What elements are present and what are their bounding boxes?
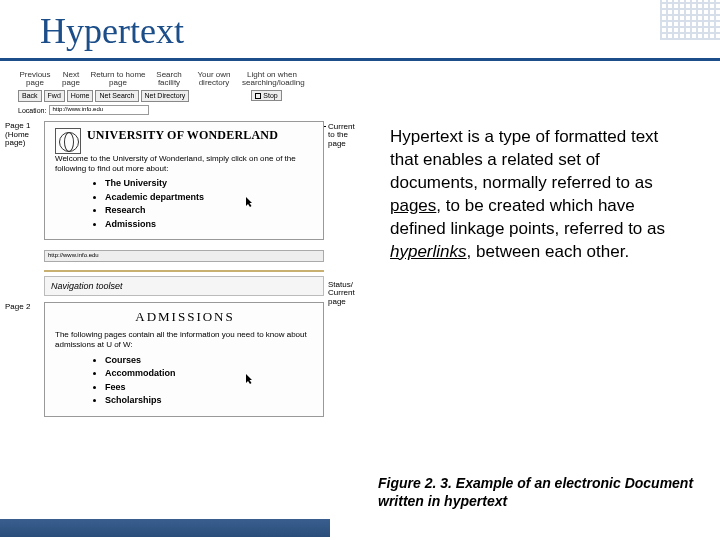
- label-dir: Your owndirectory: [192, 71, 236, 88]
- page-2-text: The following pages contain all the info…: [55, 330, 315, 349]
- page-1-list: The University Academic departments Rese…: [105, 177, 315, 231]
- desc-pages: pages: [390, 196, 436, 215]
- footer-bar: [0, 519, 330, 537]
- link-fees[interactable]: Fees: [105, 381, 315, 395]
- stop-label: Stop: [263, 92, 277, 99]
- toolbar-callouts: Previouspage Nextpage Return to homepage…: [4, 71, 374, 88]
- fwd-button[interactable]: Fwd: [44, 90, 65, 102]
- page-1-heading: UNIVERSITY OF WONDERLAND: [55, 128, 315, 143]
- label-next: Nextpage: [58, 71, 84, 88]
- location-input[interactable]: http://www.info.edu: [49, 105, 149, 115]
- link-academic-departments[interactable]: Academic departments: [105, 191, 315, 205]
- label-search: Searchfacility: [152, 71, 186, 88]
- link-scholarships[interactable]: Scholarships: [105, 394, 315, 408]
- browser-toolbar: Back Fwd Home Net Search Net Directory S…: [18, 90, 374, 102]
- page-1: Page 1(Homepage) UNIVERSITY OF WONDERLAN…: [44, 121, 324, 240]
- page-2-list: Courses Accommodation Fees Scholarships: [105, 354, 315, 408]
- description-paragraph: Hypertext is a type of formatted text th…: [390, 126, 690, 264]
- page-2: Page 2 ADMISSIONS The following pages co…: [44, 302, 324, 416]
- slide-title: Hypertext: [0, 0, 720, 58]
- status-bar: http://www.info.edu: [44, 250, 324, 262]
- label-stop: Light on whensearching/loading: [242, 71, 302, 88]
- stop-light-icon: [255, 93, 261, 99]
- location-label: Location:: [18, 107, 46, 114]
- desc-hyperlinks: hyperlinks: [390, 242, 467, 261]
- separator: [44, 270, 324, 272]
- page-2-heading: ADMISSIONS: [55, 309, 315, 325]
- content-area: Previouspage Nextpage Return to homepage…: [0, 61, 720, 531]
- link-university[interactable]: The University: [105, 177, 315, 191]
- label-prev: Previouspage: [18, 71, 52, 88]
- corner-decoration: [660, 0, 720, 40]
- page-1-welcome: Welcome to the University of Wonderland,…: [55, 154, 315, 173]
- link-accommodation[interactable]: Accommodation: [105, 367, 315, 381]
- net-search-button[interactable]: Net Search: [95, 90, 138, 102]
- link-courses[interactable]: Courses: [105, 354, 315, 368]
- nav-toolset-bar: Navigation toolset: [44, 276, 324, 296]
- desc-post: , between each other.: [467, 242, 630, 261]
- link-admissions[interactable]: Admissions: [105, 218, 315, 232]
- location-row: Location: http://www.info.edu: [18, 105, 374, 115]
- figure-area: Previouspage Nextpage Return to homepage…: [4, 71, 374, 511]
- page-2-side-label: Page 2: [5, 303, 41, 311]
- back-button[interactable]: Back: [18, 90, 42, 102]
- desc-part1: Hypertext is a type of formatted text th…: [390, 127, 658, 192]
- net-directory-button[interactable]: Net Directory: [141, 90, 190, 102]
- figure-caption: Figure 2. 3. Example of an electronic Do…: [378, 475, 698, 510]
- current-page-callout: Currentto thepage: [328, 123, 364, 148]
- page-1-side-label: Page 1(Homepage): [5, 122, 41, 147]
- label-home: Return to homepage: [90, 71, 146, 88]
- link-research[interactable]: Research: [105, 204, 315, 218]
- home-button[interactable]: Home: [67, 90, 94, 102]
- status-callout: Status/Currentpage: [328, 281, 364, 306]
- stop-button[interactable]: Stop: [251, 90, 281, 101]
- globe-icon: [55, 128, 81, 154]
